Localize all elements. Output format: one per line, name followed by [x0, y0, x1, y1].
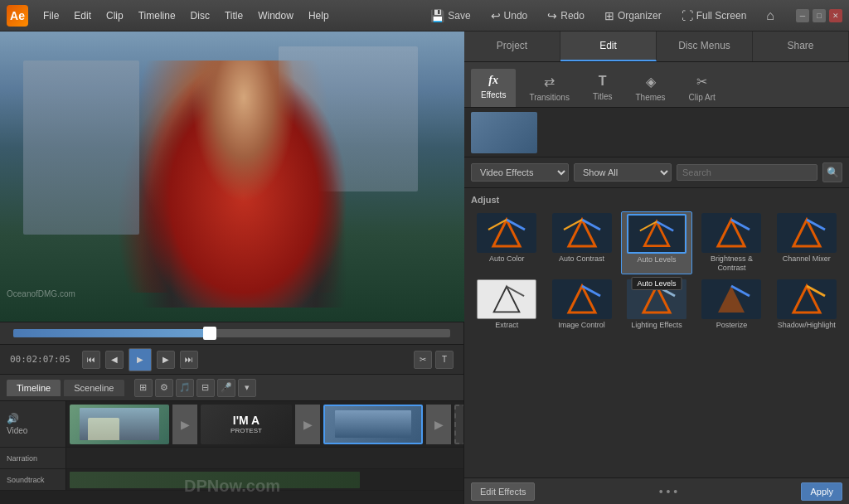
timeline-tool-4[interactable]: ⊟ — [196, 379, 215, 397]
menu-bar: Ae File Edit Clip Timeline Disc Title Wi… — [0, 0, 849, 32]
channel-mixer-thumb — [777, 213, 837, 253]
narration-label: Narration — [7, 454, 59, 463]
save-button[interactable]: 💾 Save — [425, 7, 475, 25]
show-select[interactable]: Show All — [574, 163, 672, 182]
video-preview: OceanofDMG.com — [0, 32, 464, 322]
effect-auto-levels[interactable]: Auto Levels Auto Levels — [621, 211, 692, 274]
effect-brightness-contrast[interactable]: Brightness & Contrast — [696, 211, 767, 274]
close-button[interactable]: ✕ — [829, 9, 842, 22]
fullscreen-button[interactable]: ⛶ Full Screen — [677, 7, 752, 25]
tab-sceneline[interactable]: Sceneline — [64, 380, 124, 396]
effects-icon: fx — [488, 74, 498, 87]
sub-tabs: fx Effects ⇄ Transitions T Titles ◈ Them… — [464, 62, 849, 108]
menu-window[interactable]: Window — [251, 7, 300, 25]
apply-button[interactable]: Apply — [801, 482, 842, 501]
minimize-button[interactable]: ─ — [796, 9, 809, 22]
cut-tool[interactable]: ✂ — [414, 351, 432, 369]
play-button[interactable]: ▶ — [129, 348, 152, 371]
timeline-tool-3[interactable]: 🎵 — [176, 379, 194, 397]
subtab-titles[interactable]: T Titles — [583, 69, 623, 107]
transitions-label: Transitions — [529, 93, 570, 102]
video-clip-2[interactable]: I'M A PROTEST — [201, 405, 292, 444]
tab-disc-menus[interactable]: Disc Menus — [657, 32, 753, 61]
menu-disc[interactable]: Disc — [184, 7, 216, 25]
preview-strip — [464, 108, 849, 158]
effects-section: Adjust Auto Color Auto Contrast — [464, 188, 849, 477]
themes-icon: ◈ — [646, 74, 656, 90]
effect-shadow-highlight[interactable]: Shadow/Highlight — [771, 278, 842, 332]
timeline-tool-2[interactable]: ⚙ — [155, 379, 173, 397]
menu-edit[interactable]: Edit — [67, 7, 98, 25]
timeline-tool-5[interactable]: 🎤 — [217, 379, 235, 397]
clip-arrow-3: ▶ — [426, 405, 451, 444]
auto-levels-thumb — [627, 214, 686, 254]
clip-art-label: Clip Art — [689, 93, 716, 102]
effect-auto-contrast[interactable]: Auto Contrast — [546, 211, 617, 274]
menu-file[interactable]: File — [36, 7, 65, 25]
drag-next-clip[interactable]: Drag next clip here — [454, 405, 463, 444]
tab-edit[interactable]: Edit — [560, 32, 657, 61]
go-to-end-button[interactable]: ⏭ — [180, 351, 198, 369]
main-area: OceanofDMG.com 00:02:07:05 ⏮ ◀ ▶ ▶ ⏭ ✂ T — [0, 32, 849, 504]
redo-icon: ↪ — [547, 9, 557, 22]
right-panel: Project Edit Disc Menus Share fx Effects… — [464, 32, 849, 504]
tab-project[interactable]: Project — [464, 32, 560, 61]
time-display: 00:02:07:05 — [10, 354, 70, 365]
timeline-tool-6[interactable]: ▾ — [238, 379, 256, 397]
timeline-thumb[interactable] — [203, 327, 216, 340]
text-tool[interactable]: T — [435, 351, 454, 369]
clip-arrow-1: ▶ — [172, 405, 197, 444]
effect-image-control[interactable]: Image Control — [546, 278, 617, 332]
subtab-transitions[interactable]: ⇄ Transitions — [519, 69, 580, 107]
ctrl-right: ✂ T — [414, 351, 454, 369]
video-scene: OceanofDMG.com — [0, 32, 464, 322]
timeline-progress — [13, 329, 210, 337]
go-to-start-button[interactable]: ⏮ — [82, 351, 100, 369]
redo-button[interactable]: ↪ Redo — [542, 7, 589, 25]
menu-clip[interactable]: Clip — [99, 7, 130, 25]
video-clip-3[interactable] — [323, 405, 423, 444]
soundtrack-clip[interactable] — [70, 472, 360, 488]
effect-channel-mixer[interactable]: Channel Mixer — [771, 211, 842, 274]
undo-button[interactable]: ↩ Undo — [486, 7, 533, 25]
menu-timeline[interactable]: Timeline — [132, 7, 182, 25]
subtab-clip-art[interactable]: ✂ Clip Art — [679, 69, 725, 107]
image-control-thumb — [552, 279, 612, 319]
menu-title[interactable]: Title — [218, 7, 250, 25]
auto-color-label: Auto Color — [489, 254, 525, 264]
effects-grid: Auto Color Auto Contrast Auto Levels Aut… — [464, 208, 849, 334]
clip-arrow-2: ▶ — [295, 405, 320, 444]
titles-label: Titles — [593, 92, 613, 101]
video-track-clips: ▶ I'M A PROTEST ▶ — [66, 401, 463, 447]
tab-share[interactable]: Share — [753, 32, 849, 61]
edit-effects-button[interactable]: Edit Effects — [471, 482, 535, 501]
effect-posterize[interactable]: Posterize — [696, 278, 767, 332]
maximize-button[interactable]: □ — [813, 9, 826, 22]
step-back-button[interactable]: ◀ — [105, 351, 124, 369]
search-input[interactable] — [677, 164, 817, 181]
shadow-highlight-thumb — [777, 279, 837, 319]
window-controls: ─ □ ✕ — [796, 9, 842, 22]
video-label: Video — [7, 426, 59, 435]
step-forward-button[interactable]: ▶ — [157, 351, 175, 369]
timeline-track[interactable] — [13, 329, 450, 337]
category-select[interactable]: Video Effects — [471, 163, 569, 182]
tab-timeline[interactable]: Timeline — [7, 380, 61, 396]
auto-levels-label: Auto Levels — [637, 255, 676, 264]
action-bar: Edit Effects • • • Apply — [464, 477, 849, 504]
organizer-button[interactable]: ⊞ Organizer — [599, 7, 667, 25]
home-button[interactable]: ⌂ — [761, 6, 779, 26]
timeline-tool-1[interactable]: ⊞ — [134, 379, 153, 397]
posterize-thumb — [701, 279, 761, 319]
search-button[interactable]: 🔍 — [822, 162, 842, 182]
effect-auto-color[interactable]: Auto Color — [471, 211, 542, 274]
subtab-effects[interactable]: fx Effects — [471, 69, 516, 107]
effect-extract[interactable]: Extract — [471, 278, 542, 332]
section-label: Adjust — [464, 191, 849, 208]
video-clip-1[interactable] — [70, 405, 169, 444]
filter-row: Video Effects Show All 🔍 — [464, 158, 849, 188]
brightness-contrast-label: Brightness & Contrast — [697, 254, 765, 273]
menu-help[interactable]: Help — [302, 7, 336, 25]
app-logo: Ae — [7, 5, 28, 27]
subtab-themes[interactable]: ◈ Themes — [625, 69, 675, 107]
